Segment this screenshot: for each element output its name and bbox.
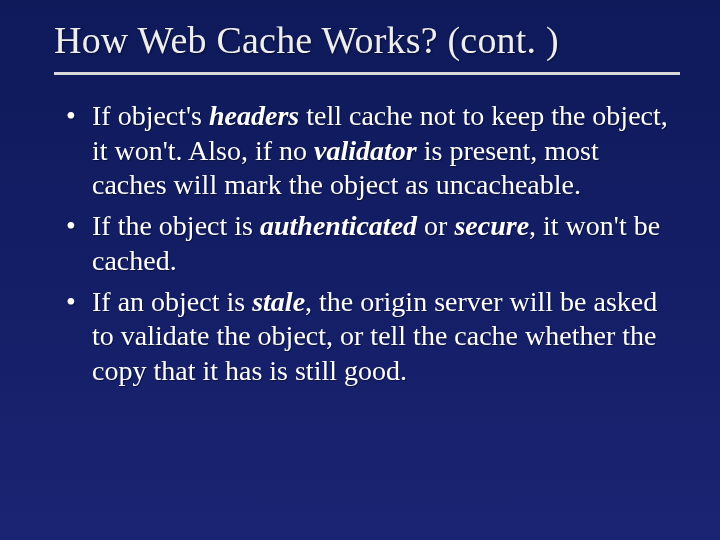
- bullets-list: If object's headers tell cache not to ke…: [54, 99, 680, 389]
- slide-title: How Web Cache Works? (cont. ): [54, 18, 680, 68]
- bullet-text: or: [417, 210, 454, 241]
- emphasized-text: validator: [314, 135, 417, 166]
- list-item: If an object is stale, the origin server…: [66, 285, 672, 389]
- bullet-text: If an object is: [92, 286, 252, 317]
- emphasized-text: headers: [209, 100, 299, 131]
- list-item: If object's headers tell cache not to ke…: [66, 99, 672, 203]
- emphasized-text: secure: [454, 210, 529, 241]
- title-divider: [54, 72, 680, 75]
- emphasized-text: authenticated: [260, 210, 417, 241]
- bullet-text: If object's: [92, 100, 209, 131]
- slide: How Web Cache Works? (cont. ) If object'…: [0, 0, 720, 540]
- emphasized-text: stale: [252, 286, 305, 317]
- list-item: If the object is authenticated or secure…: [66, 209, 672, 278]
- bullet-text: If the object is: [92, 210, 260, 241]
